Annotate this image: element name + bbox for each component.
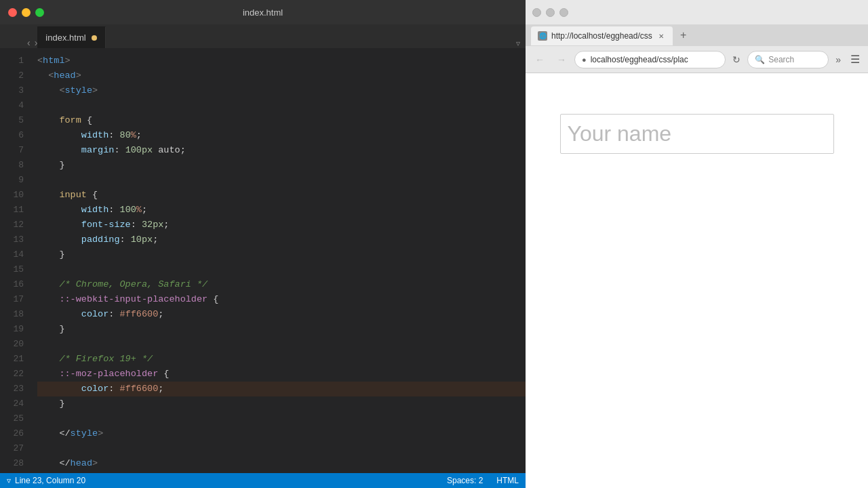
browser-tab-title: http://localhost/egghead/css xyxy=(551,31,652,41)
editor-tab-index-html[interactable]: index.html xyxy=(37,26,105,48)
search-input-label: Search xyxy=(768,55,794,64)
reload-button[interactable]: ↻ xyxy=(730,52,743,68)
browser-tab-close-button[interactable]: ✕ xyxy=(656,31,666,41)
tab-split-icon[interactable]: ▿ xyxy=(516,39,526,48)
forward-button[interactable]: → xyxy=(553,51,570,68)
status-language: HTML xyxy=(496,476,519,485)
new-tab-button[interactable]: + xyxy=(675,27,692,43)
toolbar-menu-button[interactable]: ☰ xyxy=(848,50,863,68)
address-text: localhost/egghead/css/plac xyxy=(591,55,688,64)
maximize-button[interactable] xyxy=(35,8,44,17)
editor-traffic-lights xyxy=(8,8,44,17)
editor-tab-label: index.html xyxy=(45,33,85,43)
browser-tab-bar: 🌐 http://localhost/egghead/css ✕ + xyxy=(526,24,868,46)
status-branch-icon: ▿ xyxy=(7,476,11,485)
demo-name-input[interactable] xyxy=(560,114,834,154)
demo-form xyxy=(560,114,834,154)
editor-titlebar: index.html xyxy=(0,0,526,24)
back-button[interactable]: ← xyxy=(531,51,549,68)
code-lines: <html> <head> <style> form { width: 80%;… xyxy=(31,48,526,473)
minimize-button[interactable] xyxy=(22,8,31,17)
browser-traffic-lights xyxy=(532,8,568,17)
browser-minimize-button[interactable] xyxy=(546,8,555,17)
browser-maximize-button[interactable] xyxy=(559,8,568,17)
status-line-col: Line 23, Column 20 xyxy=(15,476,85,485)
search-icon: 🔍 xyxy=(755,55,765,64)
toolbar-overflow-button[interactable]: » xyxy=(833,52,844,68)
line-numbers: 12345 678910 1112131415 1617181920 21222… xyxy=(0,48,31,473)
browser-titlebar xyxy=(526,0,868,24)
status-right: Spaces: 2 HTML xyxy=(447,476,519,485)
browser-toolbar: ← → ● localhost/egghead/css/plac ↻ 🔍 Sea… xyxy=(526,46,868,73)
address-security-icon: ● xyxy=(582,56,587,64)
editor-pane: index.html ‹ › index.html ▿ 12345 678910… xyxy=(0,0,526,488)
browser-pane: 🌐 http://localhost/egghead/css ✕ + ← → ●… xyxy=(526,0,868,488)
status-left: ▿ Line 23, Column 20 xyxy=(7,476,85,485)
address-bar[interactable]: ● localhost/egghead/css/plac xyxy=(574,51,726,68)
editor-window-title: index.html xyxy=(243,7,283,18)
tab-modified-dot xyxy=(92,35,97,41)
code-editor[interactable]: 12345 678910 1112131415 1617181920 21222… xyxy=(0,48,526,473)
search-box[interactable]: 🔍 Search xyxy=(747,51,829,68)
status-bar: ▿ Line 23, Column 20 Spaces: 2 HTML xyxy=(0,473,526,488)
status-spaces: Spaces: 2 xyxy=(447,476,483,485)
browser-content xyxy=(526,73,868,488)
browser-close-button[interactable] xyxy=(532,8,541,17)
close-button[interactable] xyxy=(8,8,17,17)
editor-tabs-row: ‹ › index.html ▿ xyxy=(0,24,526,48)
browser-tab-active[interactable]: 🌐 http://localhost/egghead/css ✕ xyxy=(531,26,673,45)
browser-tab-favicon: 🌐 xyxy=(538,31,547,41)
tab-prev-arrow[interactable]: ‹ xyxy=(27,37,31,48)
